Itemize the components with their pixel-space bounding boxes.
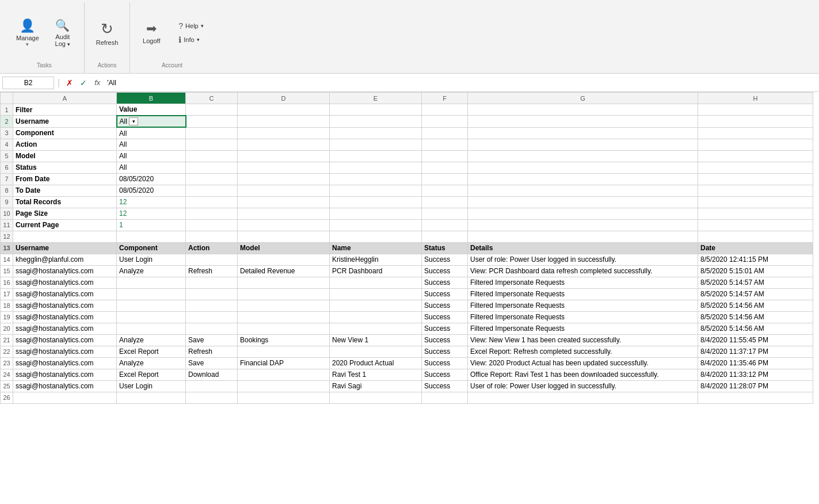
cell-model-25[interactable] xyxy=(238,380,330,392)
cell-f26[interactable] xyxy=(422,392,468,403)
cell-component-24[interactable]: Excel Report xyxy=(117,369,186,380)
cell-h3[interactable] xyxy=(698,127,813,139)
cell-date-25[interactable]: 8/4/2020 11:28:07 PM xyxy=(698,380,813,392)
cell-d8[interactable] xyxy=(238,185,330,196)
cell-component-19[interactable] xyxy=(117,311,186,323)
cell-username-19[interactable]: ssagi@hostanalytics.com xyxy=(13,311,117,323)
cell-g2[interactable] xyxy=(468,116,698,128)
cell-username-24[interactable]: ssagi@hostanalytics.com xyxy=(13,369,117,380)
cell-g12[interactable] xyxy=(468,231,698,242)
cell-status-16[interactable]: Success xyxy=(422,277,468,288)
cell-action-15[interactable]: Refresh xyxy=(186,265,238,277)
cell-status-17[interactable]: Success xyxy=(422,288,468,300)
cell-b1[interactable]: Value xyxy=(117,104,186,116)
cell-h12[interactable] xyxy=(698,231,813,242)
cell-d4[interactable] xyxy=(238,139,330,150)
cell-d9[interactable] xyxy=(238,196,330,208)
cell-e4[interactable] xyxy=(330,139,422,150)
cell-h11[interactable] xyxy=(698,219,813,231)
cell-d1[interactable] xyxy=(238,104,330,116)
cell-username-18[interactable]: ssagi@hostanalytics.com xyxy=(13,300,117,311)
cell-f5[interactable] xyxy=(422,150,468,162)
cell-action-14[interactable] xyxy=(186,254,238,265)
cell-c26[interactable] xyxy=(186,392,238,403)
cell-status-21[interactable]: Success xyxy=(422,334,468,346)
cell-status-19[interactable]: Success xyxy=(422,311,468,323)
cell-g9[interactable] xyxy=(468,196,698,208)
cell-username-25[interactable]: ssagi@hostanalytics.com xyxy=(13,380,117,392)
cell-model-19[interactable] xyxy=(238,311,330,323)
cell-date-23[interactable]: 8/4/2020 11:35:46 PM xyxy=(698,357,813,369)
cell-a4[interactable]: Action xyxy=(13,139,117,150)
cell-e7[interactable] xyxy=(330,173,422,185)
cell-c11[interactable] xyxy=(186,219,238,231)
cell-details-14[interactable]: User of role: Power User logged in succe… xyxy=(468,254,698,265)
cell-name-18[interactable] xyxy=(330,300,422,311)
cell-h7[interactable] xyxy=(698,173,813,185)
cell-component-16[interactable] xyxy=(117,277,186,288)
cell-status-24[interactable]: Success xyxy=(422,369,468,380)
cell-name-16[interactable] xyxy=(330,277,422,288)
cell-b2[interactable]: All ▾ xyxy=(117,116,186,128)
cell-date-17[interactable]: 8/5/2020 5:14:57 AM xyxy=(698,288,813,300)
cell-a6[interactable]: Status xyxy=(13,162,117,173)
cell-details-24[interactable]: Office Report: Ravi Test 1 has been down… xyxy=(468,369,698,380)
cell-details-25[interactable]: User of role: Power User logged in succe… xyxy=(468,380,698,392)
col-header-d[interactable]: D xyxy=(238,93,330,104)
cell-date-22[interactable]: 8/4/2020 11:37:17 PM xyxy=(698,346,813,357)
cell-status-25[interactable]: Success xyxy=(422,380,468,392)
cell-h1[interactable] xyxy=(698,104,813,116)
cell-h6[interactable] xyxy=(698,162,813,173)
cell-date-21[interactable]: 8/4/2020 11:55:45 PM xyxy=(698,334,813,346)
cell-f9[interactable] xyxy=(422,196,468,208)
cell-status-18[interactable]: Success xyxy=(422,300,468,311)
cell-g5[interactable] xyxy=(468,150,698,162)
cell-date-15[interactable]: 8/5/2020 5:15:01 AM xyxy=(698,265,813,277)
cell-component-22[interactable]: Excel Report xyxy=(117,346,186,357)
cell-name-25[interactable]: Ravi Sagi xyxy=(330,380,422,392)
cell-details-21[interactable]: View: New View 1 has been created succes… xyxy=(468,334,698,346)
cell-e1[interactable] xyxy=(330,104,422,116)
cell-status-20[interactable]: Success xyxy=(422,323,468,334)
cell-h26[interactable] xyxy=(698,392,813,403)
cell-username-16[interactable]: ssagi@hostanalytics.com xyxy=(13,277,117,288)
cell-model-17[interactable] xyxy=(238,288,330,300)
cell-b9[interactable]: 12 xyxy=(117,196,186,208)
confirm-formula-button[interactable]: ✓ xyxy=(77,77,90,89)
cell-status-23[interactable]: Success xyxy=(422,357,468,369)
cell-d7[interactable] xyxy=(238,173,330,185)
cell-component-17[interactable] xyxy=(117,288,186,300)
cell-date-20[interactable]: 8/5/2020 5:14:56 AM xyxy=(698,323,813,334)
cell-b5[interactable]: All xyxy=(117,150,186,162)
col-header-b[interactable]: B xyxy=(117,93,186,104)
cell-f6[interactable] xyxy=(422,162,468,173)
cell-name-24[interactable]: Ravi Test 1 xyxy=(330,369,422,380)
cell-username-21[interactable]: ssagi@hostanalytics.com xyxy=(13,334,117,346)
cell-name-19[interactable] xyxy=(330,311,422,323)
cell-a1[interactable]: Filter xyxy=(13,104,117,116)
info-button[interactable]: ℹ Info ▾ xyxy=(175,33,207,46)
cell-g26[interactable] xyxy=(468,392,698,403)
cell-model-20[interactable] xyxy=(238,323,330,334)
cell-e12[interactable] xyxy=(330,231,422,242)
col-header-h[interactable]: H xyxy=(698,93,813,104)
cell-c5[interactable] xyxy=(186,150,238,162)
cell-a2[interactable]: Username xyxy=(13,116,117,128)
cell-component-21[interactable]: Analyze xyxy=(117,334,186,346)
cell-f3[interactable] xyxy=(422,127,468,139)
cell-d3[interactable] xyxy=(238,127,330,139)
cell-b12[interactable] xyxy=(117,231,186,242)
cell-a5[interactable]: Model xyxy=(13,150,117,162)
cell-h4[interactable] xyxy=(698,139,813,150)
cell-date-19[interactable]: 8/5/2020 5:14:56 AM xyxy=(698,311,813,323)
cell-c6[interactable] xyxy=(186,162,238,173)
cell-name-23[interactable]: 2020 Product Actual xyxy=(330,357,422,369)
cell-h2[interactable] xyxy=(698,116,813,128)
cell-username-17[interactable]: ssagi@hostanalytics.com xyxy=(13,288,117,300)
cell-e11[interactable] xyxy=(330,219,422,231)
username-dropdown[interactable]: ▾ xyxy=(129,117,138,125)
cell-a8[interactable]: To Date xyxy=(13,185,117,196)
cell-h5[interactable] xyxy=(698,150,813,162)
audit-log-button[interactable]: 🔍 Audit Log ▾ xyxy=(48,16,77,49)
cell-status-14[interactable]: Success xyxy=(422,254,468,265)
